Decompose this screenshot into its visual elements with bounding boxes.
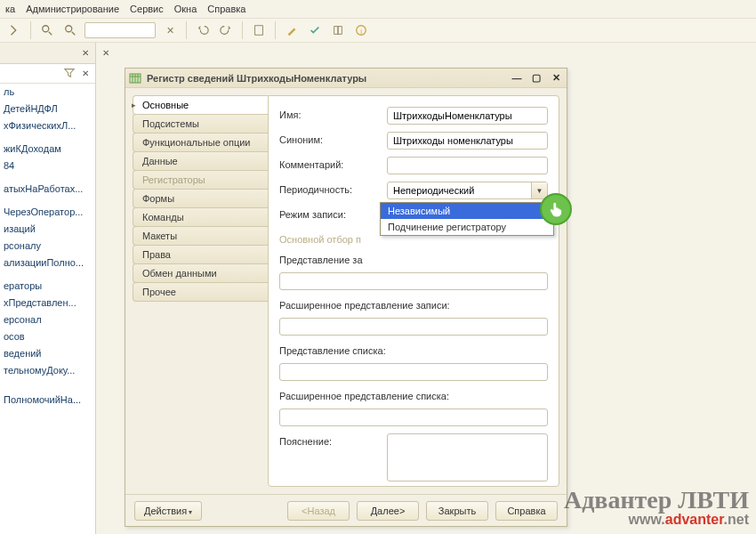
toolbar-separator (30, 21, 31, 39)
list-rep-field[interactable] (279, 363, 548, 381)
svg-text:i: i (360, 28, 362, 36)
name-field[interactable] (387, 107, 548, 125)
menu-item[interactable]: ка (5, 4, 15, 14)
tab-other[interactable]: Прочее (133, 282, 268, 302)
comment-field[interactable] (387, 157, 548, 174)
list-item[interactable] (0, 385, 95, 392)
list-item[interactable]: хПредставлен... (0, 295, 95, 312)
list-item[interactable]: ль (0, 84, 95, 101)
calc-icon[interactable] (250, 21, 268, 39)
list-rep-label: Представление списка: (279, 343, 548, 356)
undo-icon[interactable] (194, 21, 212, 39)
periodicity-select[interactable] (387, 182, 548, 199)
toolbar: ✕ i (0, 18, 756, 43)
list-item[interactable] (0, 134, 95, 141)
find-icon[interactable] (38, 21, 56, 39)
list-item[interactable]: атыхНаРаботах... (0, 181, 95, 198)
ext-record-rep-label: Расширенное представление записи: (279, 297, 548, 311)
record-rep-field[interactable] (279, 272, 548, 290)
tab-data[interactable]: Данные (133, 151, 268, 171)
tree-list[interactable]: ль ДетейНДФЛ хФизическихЛ... жиКДоходам … (0, 84, 95, 534)
synonym-field[interactable] (387, 132, 548, 150)
menu-item[interactable]: Администрирование (26, 4, 119, 14)
back-button[interactable]: <Назад (287, 501, 350, 521)
list-item[interactable]: 84 (0, 158, 95, 174)
list-item[interactable]: ПолномочийНа... (0, 392, 95, 409)
actions-button[interactable]: Действия (134, 501, 202, 521)
cursor-indicator-icon (540, 193, 572, 225)
tab-main[interactable]: Основные (133, 95, 268, 115)
record-mode-dropdown[interactable]: Независимый Подчинение регистратору (380, 202, 554, 236)
tab-rights[interactable]: Права (133, 245, 268, 264)
ext-record-rep-field[interactable] (279, 318, 548, 336)
list-item[interactable] (0, 174, 95, 181)
minimize-button[interactable]: — (510, 72, 524, 85)
hint-label: Пояснение: (279, 433, 382, 481)
tab-commands[interactable]: Команды (133, 207, 268, 227)
tab-recorders[interactable]: Регистраторы (133, 170, 268, 190)
comment-label: Комментарий: (279, 157, 382, 174)
nav-forward-icon[interactable] (5, 21, 23, 39)
tab-templates[interactable]: Макеты (133, 226, 268, 246)
periodicity-wrap: ▼ (387, 182, 548, 199)
panel-gap: ✕ (96, 43, 114, 534)
menu-item[interactable]: Окна (174, 4, 197, 14)
list-item[interactable]: ЧерезОператор... (0, 204, 95, 221)
list-item[interactable]: ДетейНДФЛ (0, 101, 95, 117)
close-icon[interactable]: ✕ (100, 46, 112, 59)
list-item[interactable] (0, 379, 95, 385)
tab-exchange[interactable]: Обмен данными (133, 263, 268, 283)
chevron-down-icon[interactable]: ▼ (531, 182, 547, 198)
toolbar-separator (186, 21, 187, 39)
main-filter-label: Основной отбор п (279, 231, 382, 245)
left-panel: ✕ ✕ ль ДетейНДФЛ хФизическихЛ... жиКДохо… (0, 43, 96, 534)
window-title: Регистр сведений ШтрихкодыНоменклатуры (147, 73, 366, 84)
info-icon[interactable]: i (352, 21, 370, 39)
titlebar[interactable]: Регистр сведений ШтрихкодыНоменклатуры —… (125, 69, 567, 88)
fields-column: Имя: Синоним: Комментарий: Периодичность… (268, 95, 559, 487)
list-item[interactable]: рсоналу (0, 238, 95, 255)
funnel-icon[interactable] (63, 67, 76, 81)
left-panel-tools: ✕ (0, 64, 95, 84)
list-item[interactable]: ераторы (0, 278, 95, 295)
tab-func-opts[interactable]: Функциональные опции (133, 133, 268, 152)
list-item[interactable]: хФизическихЛ... (0, 117, 95, 134)
register-info-icon (129, 72, 141, 85)
list-item[interactable]: тельномуДоку... (0, 362, 95, 379)
list-item[interactable]: ведений (0, 345, 95, 362)
redo-icon[interactable] (217, 21, 235, 39)
maximize-button[interactable]: ▢ (529, 72, 543, 85)
record-rep-label: Представление за (279, 252, 382, 265)
clear-icon[interactable]: ✕ (161, 21, 179, 39)
next-button[interactable]: Далее> (357, 501, 419, 521)
list-item[interactable] (0, 198, 95, 204)
dropdown-option[interactable]: Независимый (381, 203, 553, 219)
svg-rect-2 (255, 26, 263, 36)
list-item[interactable] (0, 271, 95, 278)
ext-list-rep-field[interactable] (279, 409, 548, 426)
close-icon[interactable]: ✕ (79, 68, 92, 80)
menu-bar: ка Администрирование Сервис Окна Справка (0, 0, 756, 18)
list-item[interactable]: осов (0, 328, 95, 345)
toolbar-search-field[interactable] (84, 22, 156, 38)
book-icon[interactable] (329, 21, 347, 39)
close-button[interactable]: Закрыть (426, 501, 488, 521)
check-syntax-icon[interactable] (306, 21, 324, 39)
hint-field[interactable] (387, 433, 548, 481)
list-item[interactable]: ерсонал (0, 312, 95, 328)
dropdown-option[interactable]: Подчинение регистратору (381, 219, 553, 235)
help-button[interactable]: Справка (495, 501, 558, 521)
list-item[interactable]: изаций (0, 221, 95, 238)
list-item[interactable]: ализацииПолно... (0, 255, 95, 271)
menu-item[interactable]: Справка (207, 4, 245, 14)
find2-icon[interactable] (61, 21, 79, 39)
tab-forms[interactable]: Формы (133, 189, 268, 208)
list-item[interactable]: жиКДоходам (0, 141, 95, 158)
synonym-label: Синоним: (279, 132, 382, 150)
close-icon[interactable]: ✕ (79, 47, 92, 60)
close-button[interactable]: ✕ (549, 72, 563, 85)
wizard-icon[interactable] (283, 21, 301, 39)
tabs-column: Основные Подсистемы Функциональные опции… (125, 88, 268, 494)
tab-subsystems[interactable]: Подсистемы (133, 114, 268, 134)
menu-item[interactable]: Сервис (130, 4, 164, 14)
